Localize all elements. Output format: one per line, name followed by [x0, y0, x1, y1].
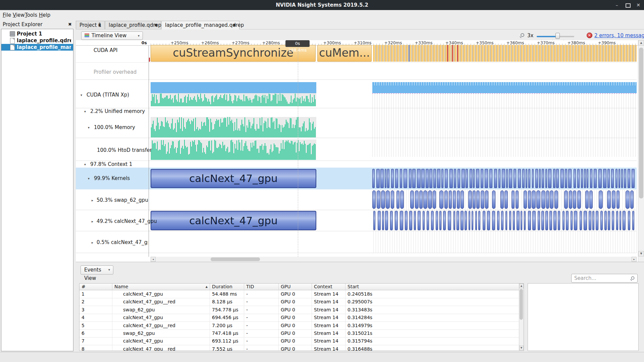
row-label-cuda-device[interactable]: CUDA (TITAN Xp) [87, 92, 129, 98]
tab-laplace-profile-managed[interactable]: laplace_profile_managed.qdrep ✖ [161, 21, 239, 29]
swap-kernel-pills[interactable] [372, 190, 637, 209]
tree-item-project[interactable]: Project 1 [1, 31, 73, 37]
scroll-right-icon[interactable]: ▸ [632, 257, 637, 262]
scroll-down-icon[interactable]: ▼ [638, 251, 644, 256]
search-placeholder: Search... [574, 274, 596, 282]
horizontal-scrollbar-thumb[interactable] [211, 257, 260, 261]
kernel-bar-calcnext-main[interactable]: calcNext_47_gpu [151, 169, 316, 188]
collapse-arrow-icon[interactable]: ▸ [92, 240, 93, 246]
row-label-swap-gpu[interactable]: 50.3% swap_62_gpu [97, 197, 148, 203]
memory-summary-histogram[interactable] [151, 93, 316, 106]
zoom-slider-handle[interactable] [555, 33, 560, 39]
tab-laplace-profile[interactable]: laplace_profile.qdrep ✖ [105, 21, 161, 29]
expand-arrow-icon[interactable]: ▾ [88, 176, 90, 182]
scroll-left-icon[interactable]: ◂ [151, 257, 156, 262]
table-cell: 1 [79, 290, 112, 298]
table-row[interactable]: 8calcNext_47_gpu__red7.552 µs-GPU 0Strea… [79, 345, 519, 351]
timeline-horizontal-scrollbar[interactable]: ◂ ▸ [151, 257, 637, 262]
scroll-up-icon[interactable]: ▲ [519, 284, 524, 288]
api-bar-cumem[interactable]: cuMem... [317, 45, 372, 62]
ruler-tick: +370ms [537, 40, 554, 45]
table-cell: 0.315794s [345, 337, 519, 345]
table-cell: 3 [79, 306, 112, 314]
error-badge-icon: ✕ [587, 33, 592, 38]
table-row[interactable]: 6swap_62_gpu747.418 µs-GPU 0Stream 140.3… [79, 329, 519, 338]
cursor-time-tooltip: 0s 288.4ms [285, 40, 310, 47]
project-explorer-close-icon[interactable]: ✖ [68, 20, 72, 29]
expand-arrow-icon[interactable]: ▾ [80, 92, 82, 98]
htod-histogram[interactable] [151, 139, 316, 160]
zoom-level-label: 3x [527, 32, 533, 40]
scroll-down-icon[interactable]: ▼ [519, 346, 524, 350]
title-bar: NVIDIA Nsight Systems 2019.5.2 – ✕ [0, 0, 644, 10]
tab-project-1[interactable]: Project 1 ✖ [76, 21, 105, 29]
table-cell: calcNext_47_gpu__red [112, 298, 210, 306]
col-header-num[interactable]: # [79, 284, 112, 290]
table-cell: - [244, 314, 279, 321]
row-label-memory[interactable]: 100.0% Memory [94, 124, 135, 130]
row-label-profiler-overhead[interactable]: Profiler overhead [94, 69, 137, 75]
table-row[interactable]: 4calcNext_47_gpu694.456 µs-GPU 0Stream 1… [79, 314, 519, 322]
table-cell: 0.313483s [345, 306, 519, 314]
vertical-scrollbar-thumb[interactable] [639, 48, 643, 198]
menu-help[interactable]: Help [37, 10, 52, 20]
kernel-bar-calcnext-row[interactable]: calcNext_47_gpu [151, 211, 316, 230]
table-row[interactable]: 2calcNext_47_gpu__red8.128 µs-GPU 0Strea… [79, 298, 519, 306]
timeline-vertical-scrollbar[interactable]: ▲ ▼ [638, 40, 644, 262]
kernel-coverage-bar-right[interactable] [372, 82, 637, 93]
memory-histogram[interactable] [151, 117, 316, 137]
col-header-tid[interactable]: TID [244, 284, 279, 290]
expand-arrow-icon[interactable]: ▾ [84, 109, 86, 115]
collapse-arrow-icon[interactable]: ▸ [92, 219, 93, 225]
col-header-name[interactable]: Name▲ [112, 284, 210, 290]
col-header-context[interactable]: Context [312, 284, 345, 290]
row-label-cuda-api[interactable]: CUDA API [94, 47, 118, 53]
col-header-duration[interactable]: Duration [210, 284, 244, 290]
col-header-start[interactable]: Start [345, 284, 519, 290]
table-cell: 2 [79, 298, 112, 306]
col-header-gpu[interactable]: GPU [279, 284, 312, 290]
minimize-button[interactable]: – [612, 0, 622, 10]
expand-arrow-icon[interactable]: ▾ [88, 125, 90, 131]
table-cell: - [244, 298, 279, 306]
table-cell: 7.200 µs [210, 322, 244, 329]
row-label-calcnext-gpu[interactable]: 49.2% calcNext_47_gpu [97, 218, 157, 224]
errors-messages-link[interactable]: 2 errors, 10 messages [594, 32, 644, 40]
expand-arrow-icon[interactable]: ▾ [84, 162, 86, 168]
ruler-origin: 0s [131, 40, 147, 45]
events-view-dropdown[interactable]: Events View ▾ [80, 265, 113, 275]
ruler-tick: +390ms [598, 40, 615, 45]
tree-item-report-2-selected[interactable]: laplace_profile_mana... [1, 44, 73, 51]
table-row[interactable]: 5calcNext_47_gpu__red7.200 µs-GPU 0Strea… [79, 322, 519, 330]
coverage-tick-gaps [372, 82, 637, 85]
tree-item-report-1[interactable]: laplace_profile.qdrep [1, 37, 73, 44]
events-table-scrollbar[interactable]: ▲ ▼ [519, 284, 524, 351]
row-label-unified-memory[interactable]: 2.2% Unified memory [90, 108, 145, 114]
tab-close-icon[interactable]: ✖ [233, 21, 236, 29]
close-button[interactable]: ✕ [633, 0, 643, 10]
ruler-tick: +320ms [384, 40, 402, 45]
tab-close-icon[interactable]: ✖ [98, 21, 101, 29]
tab-close-icon[interactable]: ✖ [154, 21, 158, 29]
table-row[interactable]: 7calcNext_47_gpu693.112 µs-GPU 0Stream 1… [79, 337, 519, 345]
search-input[interactable]: Search... [571, 274, 638, 283]
kernels-activity-bars[interactable] [372, 169, 637, 188]
table-row[interactable]: 1calcNext_47_gpu54.488 ms-GPU 0Stream 14… [79, 290, 519, 298]
timeline-view-dropdown[interactable]: Timeline View ▾ [81, 32, 143, 40]
row-label-htod-transfer[interactable]: 100.0% HtoD transfer [97, 147, 152, 153]
kernel-coverage-bar-left[interactable] [151, 82, 316, 93]
ruler-tick: +250ms [170, 40, 188, 45]
scroll-up-icon[interactable]: ▲ [638, 40, 644, 46]
table-row[interactable]: 3swap_62_gpu754.778 µs-GPU 0Stream 140.3… [79, 306, 519, 314]
row-label-context-1[interactable]: 97.8% Context 1 [90, 161, 132, 167]
api-activity-stripes[interactable] [373, 45, 637, 62]
row-label-kernels[interactable]: 99.9% Kernels [94, 175, 130, 181]
maximize-button[interactable] [623, 0, 633, 10]
table-scrollbar-thumb[interactable] [520, 289, 523, 320]
calcnext-activity-bars[interactable] [373, 211, 637, 230]
collapse-arrow-icon[interactable]: ▸ [92, 197, 93, 203]
row-label-calcnext-red[interactable]: 0.5% calcNext_47_gpu__r [97, 239, 148, 245]
table-cell: 8.128 µs [210, 298, 244, 306]
table-cell: GPU 0 [279, 298, 312, 306]
ruler-tick: +360ms [506, 40, 524, 45]
